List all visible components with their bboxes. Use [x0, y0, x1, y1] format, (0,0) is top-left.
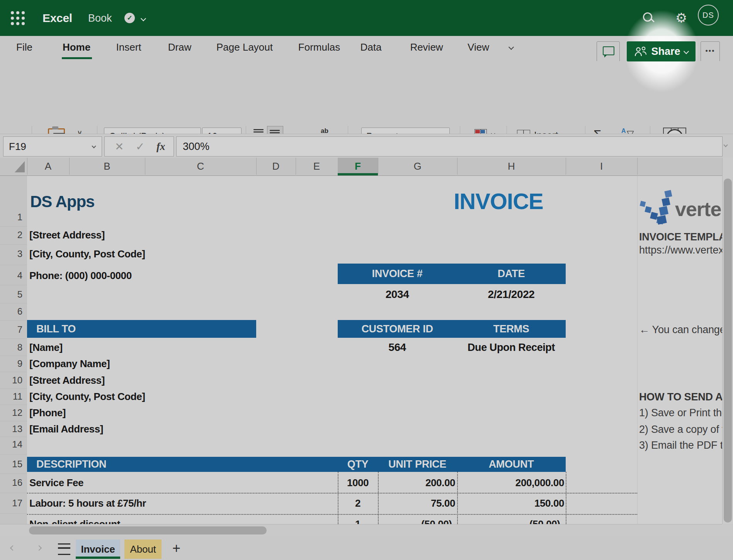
row-header-3[interactable]: 3	[0, 249, 22, 259]
document-title[interactable]: Book	[88, 12, 112, 24]
bill-to-label: BILL TO	[36, 323, 76, 335]
note-how-to-cell: HOW TO SEND AN I	[639, 391, 722, 403]
tab-view[interactable]: View	[468, 41, 489, 53]
document-title-chevron-icon[interactable]	[141, 16, 146, 21]
row-header-9[interactable]: 9	[0, 358, 22, 369]
sheet-tab-bar: Invoice About +	[0, 536, 733, 560]
unit-price-header: UNIT PRICE	[388, 458, 446, 470]
formula-input[interactable]: 300%	[176, 136, 723, 157]
item-2-description: Labour: 5 hours at £75/hr	[29, 497, 146, 509]
cancel-icon[interactable]: ✕	[115, 140, 124, 153]
add-sheet-button[interactable]: +	[172, 540, 180, 557]
formula-bar: F19 ✕ ✓ fx 300%	[0, 134, 733, 158]
dashed-row-border-1	[27, 493, 637, 494]
share-people-icon	[634, 46, 647, 57]
column-header-d[interactable]: D	[256, 158, 296, 175]
invoice-date-cell: 2/21/2022	[488, 288, 535, 301]
row-header-13[interactable]: 13	[0, 424, 22, 434]
tab-page-layout[interactable]: Page Layout	[216, 41, 273, 53]
row-header-14[interactable]: 14	[0, 439, 22, 450]
tab-insert[interactable]: Insert	[116, 41, 141, 53]
sheet-nav-next-icon[interactable]	[36, 545, 42, 551]
row-header-6[interactable]: 6	[0, 306, 22, 317]
dashed-row-border-2	[27, 514, 637, 515]
row-header-15[interactable]: 15	[0, 459, 22, 470]
row-header-10[interactable]: 10	[0, 375, 22, 386]
bill-name-cell: [Name]	[29, 342, 63, 354]
tab-file[interactable]: File	[16, 41, 32, 53]
row-header-11[interactable]: 11	[0, 391, 22, 402]
share-button[interactable]: Share	[627, 41, 696, 61]
item-3-description-clipped: Non-client discount	[29, 518, 120, 524]
vertical-scrollbar-thumb[interactable]	[724, 179, 732, 523]
sheet-tab-about-label: About	[130, 543, 156, 555]
formula-actions-box: ✕ ✓ fx	[104, 136, 174, 157]
column-header-c[interactable]: C	[145, 158, 257, 175]
search-icon[interactable]	[643, 12, 652, 22]
item-1-amount: 200,000.00	[515, 477, 564, 489]
more-tabs-chevron-icon[interactable]	[509, 44, 514, 50]
customer-id-label: CUSTOMER ID	[361, 323, 433, 335]
tab-home[interactable]: Home	[63, 41, 90, 53]
row-header-17[interactable]: 17	[0, 498, 22, 509]
row-header-2[interactable]: 2	[0, 230, 22, 240]
row-header-5[interactable]: 5	[0, 289, 22, 300]
note-change-cell: ← You can change T	[639, 324, 722, 336]
expand-formula-bar-chevron-icon[interactable]	[723, 143, 728, 147]
sheet-nav-prev-icon[interactable]	[10, 545, 15, 551]
note-step1-cell: 1) Save or Print the	[639, 407, 722, 419]
company-phone-cell: Phone: (000) 000-0000	[29, 270, 132, 282]
vertical-scrollbar[interactable]	[722, 158, 733, 524]
item-1-qty: 1000	[347, 477, 369, 489]
row-header-gutter[interactable]: 1 2 3 4 5 6 7 8 9 10 11 12 13 14 15 16 1…	[0, 176, 27, 524]
spreadsheet-grid[interactable]: DS Apps [Street Address] [City, County, …	[27, 176, 722, 524]
column-header-a[interactable]: A	[27, 158, 70, 175]
active-tab-underline	[62, 57, 92, 59]
column-header-h[interactable]: H	[457, 158, 566, 175]
wrap-ab: ab	[317, 128, 332, 134]
qty-header: QTY	[347, 458, 369, 470]
formula-value: 300%	[183, 141, 209, 153]
ribbon-overflow-button[interactable]: •••	[701, 41, 720, 62]
app-launcher-waffle-icon[interactable]	[11, 11, 25, 25]
row-header-7[interactable]: 7	[0, 324, 22, 335]
row-header-8[interactable]: 8	[0, 342, 22, 353]
row-header-4[interactable]: 4	[0, 270, 22, 281]
cell-reference: F19	[9, 141, 26, 153]
sheet-tab-invoice-label: Invoice	[81, 543, 115, 555]
sheet-tab-about[interactable]: About	[124, 540, 162, 559]
item-1-price: 200.00	[425, 477, 455, 489]
sheet-tab-invoice[interactable]: Invoice	[76, 540, 120, 559]
enter-check-icon[interactable]: ✓	[136, 140, 145, 153]
company-street-cell: [Street Address]	[29, 229, 105, 241]
invoice-number-cell: 2034	[386, 288, 409, 301]
row-header-12[interactable]: 12	[0, 407, 22, 418]
column-header-g[interactable]: G	[378, 158, 457, 175]
horizontal-scrollbar[interactable]	[0, 524, 722, 537]
app-name: Excel	[43, 12, 72, 25]
tab-review[interactable]: Review	[410, 41, 443, 53]
description-header: DESCRIPTION	[36, 458, 106, 470]
column-header-e[interactable]: E	[296, 158, 338, 175]
fx-icon[interactable]: fx	[156, 141, 165, 153]
sheet-list-hamburger-icon[interactable]	[58, 543, 70, 555]
settings-gear-icon[interactable]: ⚙	[675, 10, 687, 26]
column-header-i[interactable]: I	[566, 158, 638, 175]
name-box[interactable]: F19	[3, 136, 102, 157]
column-header-f-selected[interactable]: F	[338, 158, 378, 175]
tab-formulas[interactable]: Formulas	[298, 41, 340, 53]
row-header-1[interactable]: 1	[0, 212, 22, 223]
vertex42-logo-text: verte	[675, 197, 721, 221]
item-2-price: 75.00	[431, 497, 455, 509]
tab-draw[interactable]: Draw	[168, 41, 192, 53]
bill-street-cell: [Street Address]	[29, 374, 105, 386]
horizontal-scrollbar-thumb[interactable]	[29, 526, 267, 534]
row-header-16[interactable]: 16	[0, 477, 22, 488]
comments-button[interactable]	[597, 41, 620, 62]
avatar[interactable]: DS	[698, 5, 719, 26]
dashed-col-border-4	[566, 472, 566, 524]
tab-data[interactable]: Data	[361, 41, 382, 53]
clipboard-clip	[52, 126, 58, 129]
select-all-corner[interactable]	[0, 158, 27, 175]
column-header-b[interactable]: B	[69, 158, 145, 175]
